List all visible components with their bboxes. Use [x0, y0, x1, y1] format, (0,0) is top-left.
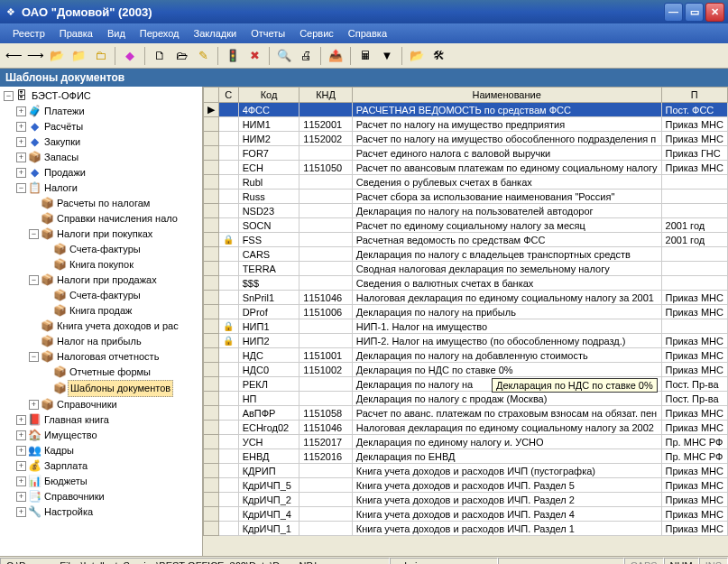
tools-icon[interactable]: 🛠 — [429, 46, 448, 66]
tree-taxes[interactable]: −📋Налоги — [16, 180, 200, 196]
filter-icon[interactable]: ▼ — [377, 46, 397, 66]
grid-header[interactable]: С Код КНД Наименование П — [204, 88, 728, 103]
tree-income-book[interactable]: 📦Книга учета доходов и рас — [29, 319, 200, 334]
expand-icon[interactable]: + — [16, 430, 26, 440]
menu-registry[interactable]: Реестр — [5, 26, 52, 41]
expand-icon[interactable]: + — [16, 507, 26, 517]
tree-tax-dicts[interactable]: +📦Справочники — [29, 397, 200, 412]
table-row[interactable]: НПДекларация по налогу с продаж (Москва)… — [204, 392, 728, 406]
table-row[interactable]: НДС1151001Декларация по налогу на добавл… — [204, 348, 728, 363]
table-row[interactable]: НИМ11152001Расчет по налогу на имущество… — [204, 117, 728, 132]
data-grid[interactable]: С Код КНД Наименование П ▶4ФССРАСЧЕТНАЯ … — [203, 87, 728, 556]
tree-tax-buy[interactable]: −📦Налоги при покупках — [29, 227, 200, 242]
tree-sales[interactable]: +◆Продажи — [16, 165, 200, 180]
table-row[interactable]: TERRAСводная налоговая декларация по зем… — [204, 262, 728, 276]
menu-bookmarks[interactable]: Закладки — [187, 26, 244, 41]
table-row[interactable]: КдрИЧП_1Книга учета доходов и расходов И… — [204, 522, 728, 536]
minimize-button[interactable]: — — [664, 3, 683, 22]
collapse-icon[interactable]: − — [16, 183, 26, 193]
tree-payments[interactable]: +🧳Платежи — [16, 104, 200, 119]
table-row[interactable]: НИМ21152002Расчет по налогу на имущество… — [204, 132, 728, 146]
expand-icon[interactable]: + — [16, 122, 26, 132]
tree-invoices-buy[interactable]: 📦Счета-фактуры — [41, 242, 200, 257]
table-row[interactable]: КдрИЧП_4Книга учета доходов и расходов И… — [204, 507, 728, 522]
bookmark-icon[interactable]: ◆ — [120, 46, 140, 66]
table-row[interactable]: ▶4ФССРАСЧЕТНАЯ ВЕДОМОСТЬ по средствам ФС… — [204, 103, 728, 117]
col-name[interactable]: Наименование — [352, 88, 661, 103]
refresh-button[interactable]: 🗀 — [90, 46, 110, 66]
expand-icon[interactable]: + — [16, 415, 26, 425]
tree-invoices-sell[interactable]: 📦Счета-фактуры — [41, 288, 200, 303]
col-code[interactable]: Код — [238, 88, 299, 103]
traffic-icon[interactable]: 🚦 — [223, 46, 243, 66]
tree-doc-templates[interactable]: 📦Шаблоны документов — [41, 380, 200, 397]
expand-icon[interactable]: + — [16, 446, 26, 456]
tree-stock[interactable]: +📦Запасы — [16, 150, 200, 165]
menu-service[interactable]: Сервис — [292, 26, 341, 41]
collapse-icon[interactable]: − — [29, 352, 39, 362]
table-row[interactable]: FOR7Расчет единого налога с валовой выру… — [204, 146, 728, 161]
folder-up-icon[interactable]: 📁 — [69, 46, 88, 66]
tree-profit-tax[interactable]: 📦Налог на прибыль — [29, 334, 200, 349]
table-row[interactable]: КДРИПКнига учета доходов и расходов ИЧП … — [204, 464, 728, 478]
expand-icon[interactable]: + — [16, 492, 26, 502]
new-doc-icon[interactable]: 🗋 — [150, 46, 170, 66]
menu-help[interactable]: Справка — [341, 26, 394, 41]
table-row[interactable]: RussРасчет сбора за использование наимен… — [204, 190, 728, 204]
tree-budgets[interactable]: +📊Бюджеты — [16, 474, 200, 489]
table-row[interactable]: 🔒НИП2НИП-2. Налог на имущество (по обосо… — [204, 334, 728, 348]
col-p[interactable]: П — [661, 88, 727, 103]
tree-purchases[interactable]: +◆Закупки — [16, 134, 200, 150]
back-button[interactable]: ⟵ — [4, 46, 23, 66]
nav-tree[interactable]: −🗄БЭСТ-ОФИС +🧳Платежи +◆Расчёты +◆Закупк… — [0, 87, 203, 556]
table-row[interactable]: ЕСН1151050Расчет по авансовым платежам п… — [204, 161, 728, 175]
close-button[interactable]: ✕ — [705, 3, 724, 22]
collapse-icon[interactable]: − — [4, 91, 14, 101]
table-row[interactable]: ЕСНгод021151046Налоговая декларация по е… — [204, 421, 728, 435]
tree-property[interactable]: +🏠Имущество — [16, 428, 200, 443]
tree-calc[interactable]: +◆Расчёты — [16, 119, 200, 134]
calc-icon[interactable]: 🖩 — [355, 46, 375, 66]
tree-sales-book[interactable]: 📦Книга продаж — [41, 303, 200, 319]
tree-dicts[interactable]: +📑Справочники — [16, 489, 200, 504]
table-row[interactable]: 🔒НИП1НИП-1. Налог на имущество — [204, 319, 728, 334]
tree-ledger[interactable]: +📕Главная книга — [16, 412, 200, 428]
print-icon[interactable]: 🖨 — [296, 46, 316, 66]
table-row[interactable]: ЕНВД1152016Декларация по ЕНВДПр. МНС РФ — [204, 449, 728, 464]
col-knd[interactable]: КНД — [299, 88, 352, 103]
tree-salary[interactable]: +💰Зарплата — [16, 458, 200, 474]
table-row[interactable]: SOCNРасчет по единому социальному налогу… — [204, 218, 728, 233]
table-row[interactable]: АвПФР1151058Расчет по аванс. платежам по… — [204, 406, 728, 421]
edit-icon[interactable]: ✎ — [193, 46, 213, 66]
table-row[interactable]: НДС01151002Декларация по НДС по ставке 0… — [204, 363, 728, 377]
table-row[interactable]: УСН1152017Декларация по единому налогу и… — [204, 435, 728, 449]
collapse-icon[interactable]: − — [29, 275, 39, 285]
table-row[interactable]: NSD23Декларация по налогу на пользовател… — [204, 204, 728, 218]
tree-tax-calc[interactable]: 📦Расчеты по налогам — [29, 196, 200, 211]
preview-icon[interactable]: 🔍 — [274, 46, 294, 66]
delete-icon[interactable]: ✖ — [244, 46, 264, 66]
tree-settings[interactable]: +🔧Настройка — [16, 504, 200, 520]
menu-view[interactable]: Вид — [100, 26, 133, 41]
tree-tax-reports[interactable]: −📦Налоговая отчетность — [29, 349, 200, 365]
table-row[interactable]: КдрИЧП_2Книга учета доходов и расходов И… — [204, 493, 728, 507]
expand-icon[interactable]: + — [16, 168, 26, 178]
tree-tax-refs[interactable]: 📦Справки начисления нало — [29, 211, 200, 227]
table-row[interactable]: SnPril11151046Налоговая декларация по ед… — [204, 291, 728, 305]
expand-icon[interactable]: + — [29, 400, 39, 410]
table-row[interactable]: КдрИЧП_5Книга учета доходов и расходов И… — [204, 478, 728, 493]
forward-button[interactable]: ⟶ — [25, 46, 45, 66]
table-row[interactable]: CARSДекларация по налогу с владельцев тр… — [204, 247, 728, 262]
table-row[interactable]: RublСведения о рублевых счетах в банках — [204, 175, 728, 190]
expand-icon[interactable]: + — [16, 106, 26, 116]
folder-open-icon[interactable]: 📂 — [47, 46, 67, 66]
expand-icon[interactable]: + — [16, 137, 26, 147]
menu-goto[interactable]: Переход — [133, 26, 187, 41]
menu-edit[interactable]: Правка — [52, 26, 100, 41]
tree-purchase-book[interactable]: 📦Книга покупок — [41, 257, 200, 273]
table-row[interactable]: DProf1151006Декларация по налогу на приб… — [204, 305, 728, 319]
table-row[interactable]: 🔒FSSРасчетная ведомость по средствам ФСС… — [204, 233, 728, 247]
tree-root[interactable]: −🗄БЭСТ-ОФИС — [4, 88, 200, 104]
menu-reports[interactable]: Отчеты — [244, 26, 292, 41]
collapse-icon[interactable]: − — [29, 229, 39, 239]
